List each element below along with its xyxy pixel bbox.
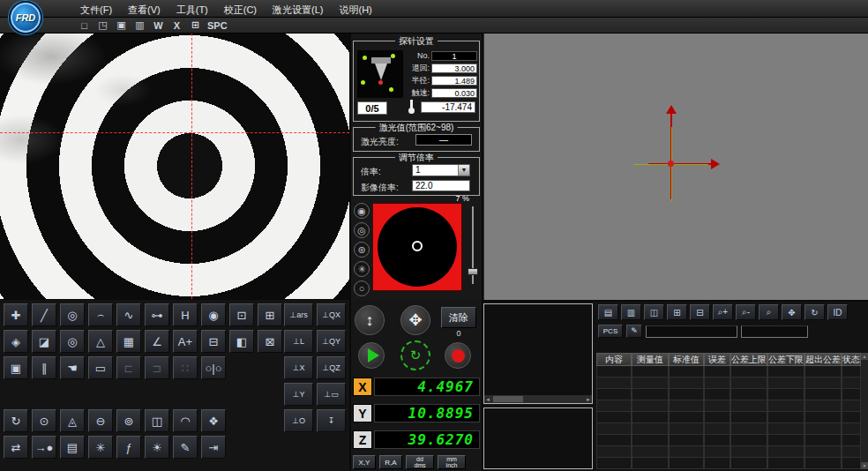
tool-grid-rect[interactable]: ⊞ bbox=[258, 303, 282, 326]
tool-rect-dim[interactable]: ▭ bbox=[88, 356, 113, 379]
pcs-button[interactable]: PCS bbox=[598, 325, 623, 338]
new-file-icon[interactable]: □ bbox=[78, 19, 91, 32]
coordinate-list[interactable] bbox=[483, 407, 593, 469]
ring-light-center[interactable] bbox=[412, 241, 423, 251]
datum-probe[interactable]: ↧ bbox=[317, 409, 346, 432]
datum-y[interactable]: ⊥Y bbox=[284, 383, 313, 406]
results-vscrollbar[interactable]: ▲ ▼ bbox=[861, 353, 868, 469]
table-row[interactable] bbox=[596, 389, 861, 400]
stop-button[interactable] bbox=[445, 342, 471, 369]
table-row[interactable] bbox=[596, 423, 861, 435]
report-open-icon[interactable]: ▥ bbox=[621, 304, 641, 320]
ring-light-selector[interactable] bbox=[372, 203, 462, 291]
camera-view[interactable] bbox=[0, 34, 349, 299]
coord-mode-xy-button[interactable]: X,Y bbox=[353, 455, 376, 469]
tool-curve[interactable]: ∿ bbox=[116, 303, 141, 326]
rate-dropdown[interactable]: 1 ▼ bbox=[412, 164, 470, 176]
tool-right-dim[interactable]: ⊐ bbox=[145, 356, 169, 379]
save-file-icon[interactable]: ▣ bbox=[115, 19, 128, 32]
table-row[interactable] bbox=[596, 400, 861, 412]
tool-annotate[interactable]: ✎ bbox=[173, 436, 198, 459]
tool-rerun[interactable]: ↻ bbox=[4, 409, 28, 432]
scroll-right-icon[interactable]: ► bbox=[585, 397, 592, 402]
tool-view[interactable]: ⊙ bbox=[32, 409, 56, 432]
light-intensity-slider[interactable] bbox=[468, 206, 478, 284]
image-rate-field[interactable]: 22.0 bbox=[412, 180, 470, 191]
datum-qx[interactable]: ⊥QX bbox=[317, 303, 346, 326]
tool-burst[interactable]: ✳ bbox=[88, 436, 113, 459]
tool-triangle-center[interactable]: ◬ bbox=[60, 409, 85, 432]
zoom-window-icon[interactable]: ⌕ bbox=[759, 304, 779, 320]
menu-laser-settings[interactable]: 激光设置(L) bbox=[265, 3, 331, 17]
table-row[interactable] bbox=[596, 378, 861, 389]
tool-left-dim[interactable]: ⊏ bbox=[116, 356, 141, 379]
rotate-view-icon[interactable]: ↻ bbox=[804, 304, 825, 320]
zoom-in-icon[interactable]: ⌕+ bbox=[713, 304, 733, 320]
tool-function[interactable]: ƒ bbox=[116, 436, 141, 459]
scroll-left-icon[interactable]: ◄ bbox=[484, 397, 491, 402]
report-remove-icon[interactable]: ⊟ bbox=[690, 304, 710, 320]
light-full-icon[interactable]: ◉ bbox=[354, 203, 370, 219]
tool-star-point[interactable]: ◈ bbox=[4, 330, 28, 353]
tool-capture[interactable]: ▣ bbox=[4, 356, 28, 379]
angle-unit-toggle[interactable]: dd dms bbox=[406, 455, 434, 469]
tool-report[interactable]: ▤ bbox=[60, 436, 85, 459]
tool-polygon[interactable]: ❖ bbox=[201, 409, 226, 432]
tool-plane[interactable]: ◪ bbox=[32, 330, 56, 353]
tool-cone[interactable]: △ bbox=[88, 330, 113, 353]
graphics-view[interactable] bbox=[483, 34, 868, 300]
id-button[interactable]: ID bbox=[827, 304, 848, 320]
scroll-thumb[interactable] bbox=[493, 396, 523, 402]
open-file-icon[interactable]: ◳ bbox=[96, 19, 109, 32]
report-add-icon[interactable]: ⊞ bbox=[667, 304, 687, 320]
tool-swap[interactable]: ⇄ bbox=[4, 436, 28, 459]
table-row[interactable] bbox=[596, 412, 861, 423]
scroll-up-icon[interactable]: ▲ bbox=[861, 353, 868, 360]
tool-goto-point[interactable]: →● bbox=[32, 436, 56, 459]
datum-x[interactable]: ⊥X bbox=[284, 356, 313, 379]
tool-line[interactable]: ╱ bbox=[32, 303, 56, 326]
datum-ars[interactable]: ⊥ars bbox=[284, 303, 313, 326]
tool-angle[interactable]: ∠ bbox=[145, 330, 169, 353]
datum-plane[interactable]: ⊥▭ bbox=[317, 383, 346, 406]
tool-circle[interactable]: ◎ bbox=[60, 303, 85, 326]
tool-width[interactable]: ○|○ bbox=[201, 356, 226, 379]
datum-origin[interactable]: ⊥O bbox=[284, 409, 313, 432]
jog-z-button[interactable]: ↕ bbox=[355, 305, 385, 335]
tool-flash[interactable]: ☀ bbox=[145, 436, 169, 459]
tool-arc[interactable]: ⌢ bbox=[88, 303, 113, 326]
datum-line[interactable]: ⊥L bbox=[284, 330, 313, 353]
export-excel-icon[interactable]: X bbox=[170, 19, 183, 32]
datum-qz[interactable]: ⊥QZ bbox=[317, 356, 346, 379]
length-unit-toggle[interactable]: mm inch bbox=[438, 455, 466, 469]
filter-dropdown[interactable] bbox=[741, 325, 808, 338]
light-outer-ring-icon[interactable]: ◎ bbox=[354, 222, 370, 238]
tool-arc-construct[interactable]: ◠ bbox=[173, 409, 198, 432]
tool-table[interactable]: ⊟ bbox=[201, 330, 226, 353]
pan-view-icon[interactable]: ✥ bbox=[782, 304, 802, 320]
menu-tools[interactable]: 工具(T) bbox=[168, 3, 216, 17]
tool-move-to[interactable]: ⇥ bbox=[201, 436, 226, 459]
laser-brightness-field[interactable]: — bbox=[415, 134, 472, 146]
tool-cylinder[interactable]: ⊚ bbox=[116, 409, 141, 432]
probe-radius-field[interactable]: 1.489 bbox=[431, 76, 477, 86]
tool-label[interactable]: A+ bbox=[173, 330, 198, 353]
jog-xy-button[interactable]: ✥ bbox=[400, 305, 430, 335]
report-icon[interactable]: ▥ bbox=[133, 19, 146, 32]
spc-button[interactable]: SPC bbox=[207, 19, 228, 32]
tool-rectangle[interactable]: ⊡ bbox=[229, 303, 254, 326]
coord-mode-ra-button[interactable]: R,A bbox=[379, 455, 402, 469]
light-lamp-icon[interactable]: ○ bbox=[354, 280, 370, 296]
auto-run-button[interactable]: ↻ bbox=[400, 340, 430, 370]
light-segment-icon[interactable]: ⊛ bbox=[354, 242, 370, 258]
slider-thumb[interactable] bbox=[468, 268, 478, 275]
menu-calibrate[interactable]: 校正(C) bbox=[216, 3, 265, 17]
table-row[interactable] bbox=[596, 366, 861, 378]
edit-pen-icon[interactable]: ✎ bbox=[626, 325, 642, 338]
probe-retract-field[interactable]: 3.000 bbox=[431, 64, 477, 73]
report-new-icon[interactable]: ▤ bbox=[598, 304, 618, 320]
table-row[interactable] bbox=[596, 446, 861, 458]
datum-qy[interactable]: ⊥QY bbox=[317, 330, 346, 353]
export-word-icon[interactable]: W bbox=[152, 19, 165, 32]
tool-pick[interactable]: ☚ bbox=[60, 356, 85, 379]
